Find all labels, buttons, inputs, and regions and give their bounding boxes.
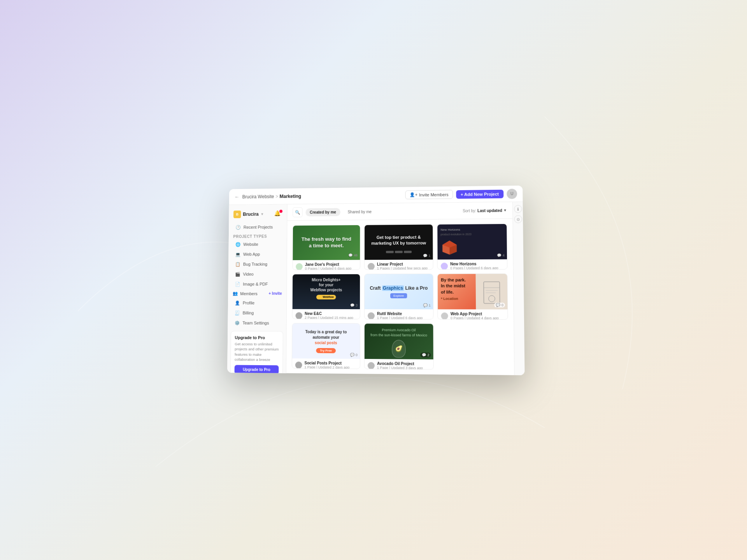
video-label: Video: [243, 272, 254, 276]
sidebar-item-video[interactable]: 🎬 Video: [231, 270, 284, 279]
video-icon: 🎬: [235, 271, 240, 277]
project-meta-3: 0 Pages | Updated 6 days ago: [450, 266, 504, 270]
upgrade-button[interactable]: Upgrade to Pro: [235, 365, 279, 374]
project-name-1: Jane Doe's Project: [305, 262, 357, 266]
app-body: B Brucira ▼ 🔔 🕐 Recent Projects Project …: [227, 202, 525, 375]
notification-badge[interactable]: 🔔: [274, 210, 282, 218]
project-card-1[interactable]: The fresh way to finda time to meet. 💬 4…: [292, 225, 360, 270]
workspace-name[interactable]: B Brucira ▼: [233, 210, 264, 218]
thumbnail-4: Micro Delights+for yourWebflow projects …: [293, 274, 360, 309]
upgrade-box: Upgrade to Pro Get access to unlimited p…: [230, 331, 283, 375]
project-info-4: New E&C 2 Pages | Updated 15 mins ago: [305, 312, 357, 319]
project-footer-3: New Horizons 0 Pages | Updated 6 days ag…: [438, 259, 507, 270]
settings-icon-btn[interactable]: ⊙: [514, 215, 522, 223]
top-bar-right: 👤+ Invite Members + Add New Project U: [405, 189, 517, 200]
website-label: Website: [243, 242, 258, 247]
project-info-3: New Horizons 0 Pages | Updated 6 days ag…: [450, 262, 504, 270]
project-card-5[interactable]: Craft Graphics Like a Pro Explore 💬 1 Ru…: [364, 274, 433, 320]
add-label: + Add New Project: [461, 191, 499, 196]
toolbar-left: 🔍 Created by me Shared by me: [293, 206, 376, 217]
help-icon-btn[interactable]: ℹ: [514, 205, 522, 213]
thumbnail-6: By the park.In the midstof life. * Locat…: [438, 274, 507, 309]
search-button[interactable]: 🔍: [293, 207, 303, 217]
project-card-8[interactable]: Premium Avocado Oilfrom the sun-kissed f…: [364, 323, 434, 369]
invite-members-button[interactable]: 👤+ Invite Members: [405, 190, 453, 199]
thumbnail-3: New Horizons product evolution in 2023 💬…: [437, 224, 507, 260]
project-name-6: Web App Project: [451, 312, 504, 316]
add-new-project-button[interactable]: + Add New Project: [456, 189, 504, 198]
project-meta-5: 1 Page | Updated 6 days ago: [377, 316, 430, 319]
project-card-2[interactable]: Get top tier product &marketing UX by to…: [364, 224, 433, 270]
project-footer-2: Linear Project 1 Pages | Updated few sec…: [365, 259, 433, 270]
project-info-6: Web App Project 0 Pages | Updated 4 days…: [451, 312, 505, 320]
filter-created-by-me[interactable]: Created by me: [305, 208, 340, 216]
filter-shared-by-me[interactable]: Shared by me: [344, 208, 376, 216]
sidebar-members[interactable]: 👥 Members + Invite: [228, 289, 286, 298]
comment-count-4: 💬 3: [351, 303, 358, 307]
project-avatar-5: [368, 312, 375, 319]
sidebar-item-billing[interactable]: 🧾 Billing: [230, 308, 284, 318]
comment-count-7: 💬 0: [350, 353, 358, 357]
upgrade-title: Upgrade to Pro: [235, 335, 279, 340]
invite-icon: 👤+: [410, 192, 418, 197]
project-footer-6: Web App Project 0 Pages | Updated 4 days…: [438, 309, 507, 320]
thumbnail-7: Today is a great day toautomate yoursoci…: [292, 324, 360, 359]
bug-icon: 📋: [235, 261, 240, 267]
project-card-6[interactable]: By the park.In the midstof life. * Locat…: [437, 273, 508, 320]
sidebar-item-webapp[interactable]: 💻 Web App: [231, 249, 284, 259]
breadcrumb-separator: >: [275, 194, 278, 199]
comment-count-6: 💬 0: [494, 303, 505, 307]
projects-grid: The fresh way to finda time to meet. 💬 4…: [286, 219, 514, 375]
project-info-2: Linear Project 1 Pages | Updated few sec…: [377, 262, 430, 270]
project-card-3[interactable]: New Horizons product evolution in 2023 💬…: [437, 224, 507, 270]
project-info-1: Jane Doe's Project 0 Pages | Updated 6 d…: [305, 262, 357, 270]
search-icon: 🔍: [295, 210, 300, 215]
project-card-4[interactable]: Micro Delights+for yourWebflow projects …: [292, 274, 361, 319]
project-meta-6: 0 Pages | Updated 4 days ago: [451, 316, 504, 320]
project-avatar-8: [368, 362, 375, 369]
project-footer-4: New E&C 2 Pages | Updated 15 mins ago: [293, 309, 360, 319]
website-icon: 🌐: [235, 242, 241, 247]
sidebar-item-website[interactable]: 🌐 Website: [231, 240, 284, 249]
webapp-label: Web App: [243, 252, 260, 257]
project-name-4: New E&C: [305, 312, 357, 316]
webapp-icon: 💻: [235, 252, 241, 257]
imagepdf-label: Image & PDF: [243, 282, 268, 286]
breadcrumb-section: Marketing: [280, 193, 301, 199]
back-arrow-icon[interactable]: ←: [234, 194, 239, 200]
sidebar-item-bugtracking[interactable]: 📋 Bug Tracking: [231, 259, 284, 269]
upgrade-desc: Get access to unlimited projects and oth…: [235, 341, 279, 362]
breadcrumb-workspace[interactable]: Brucira Website: [242, 194, 274, 200]
workspace-badge: B: [233, 210, 241, 218]
sidebar-item-settings[interactable]: ⚙️ Team Settings: [230, 318, 284, 327]
invite-link[interactable]: + Invite: [269, 291, 282, 296]
profile-icon: 👤: [235, 300, 240, 306]
project-footer-7: Social Posts Project 1 Page | Updated 2 …: [292, 359, 360, 369]
invite-label: Invite Members: [419, 192, 449, 197]
sidebar-item-imagepdf[interactable]: 📄 Image & PDF: [230, 279, 284, 289]
svg-rect-3: [484, 282, 500, 303]
sidebar-item-recent[interactable]: 🕐 Recent Projects: [231, 222, 285, 232]
project-footer-8: Avocado Oil Project 1 Page | Updated 3 d…: [365, 359, 433, 370]
project-avatar-2: [368, 263, 375, 270]
app-window: ← Brucira Website > Marketing 👤+ Invite …: [227, 186, 525, 375]
project-info-7: Social Posts Project 1 Page | Updated 2 …: [304, 361, 356, 369]
recent-projects-label: Recent Projects: [244, 225, 273, 229]
sidebar-item-profile[interactable]: 👤 Profile: [230, 298, 284, 308]
project-card-7[interactable]: Today is a great day toautomate yoursoci…: [292, 323, 360, 369]
project-types-label: Project Types: [229, 232, 287, 240]
project-info-8: Avocado Oil Project 1 Page | Updated 3 d…: [377, 361, 430, 369]
project-avatar-1: [296, 263, 303, 270]
user-avatar[interactable]: U: [507, 189, 517, 199]
project-meta-8: 1 Page | Updated 3 days ago: [377, 366, 430, 369]
workspace-label: Brucira: [243, 212, 259, 217]
sort-label: Sort by:: [463, 208, 476, 213]
project-meta-7: 1 Page | Updated 2 days ago: [304, 365, 356, 369]
sidebar: B Brucira ▼ 🔔 🕐 Recent Projects Project …: [227, 205, 288, 373]
project-info-5: Ruttl Website 1 Page | Updated 6 days ag…: [377, 312, 430, 319]
project-meta-1: 0 Pages | Updated 6 days ago: [305, 266, 357, 270]
project-avatar-7: [295, 361, 302, 368]
sort-button[interactable]: Sort by: Last updated ▼: [463, 208, 507, 213]
comment-count-8: 💬 2: [421, 353, 431, 357]
project-meta-2: 1 Pages | Updated few secs ago: [377, 266, 430, 270]
